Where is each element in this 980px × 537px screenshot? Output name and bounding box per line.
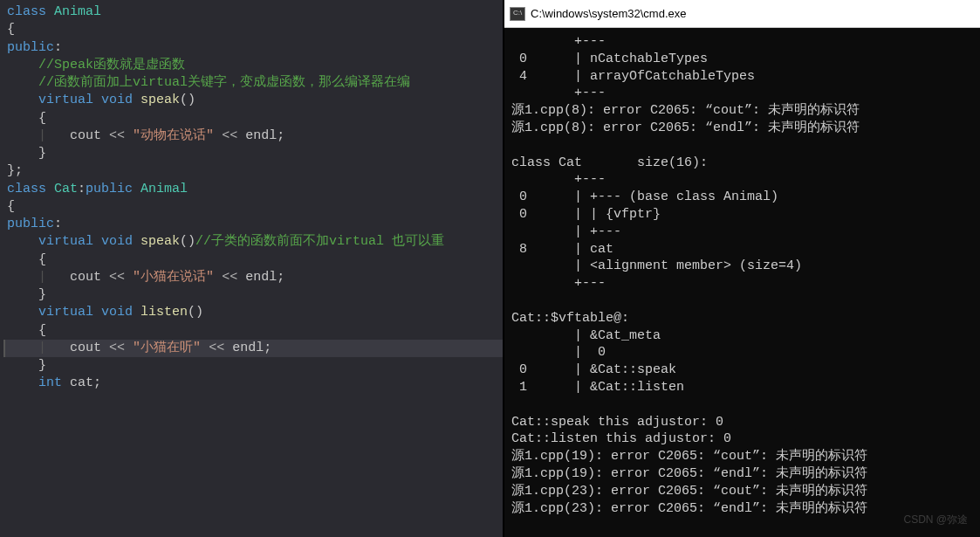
code-line[interactable]: { [3, 198, 503, 216]
code-token: cout [70, 270, 109, 285]
code-token [125, 128, 133, 143]
code-token [7, 270, 38, 285]
code-token: speak [140, 93, 180, 107]
code-token [46, 270, 70, 285]
code-token: void [101, 234, 133, 249]
code-line[interactable]: { [3, 21, 503, 38]
code-line[interactable]: } [3, 357, 503, 375]
code-token: speak [140, 234, 180, 249]
code-token [7, 252, 38, 267]
code-token: { [38, 323, 46, 338]
code-line[interactable]: | cout << "动物在说话" << endl; [3, 127, 503, 145]
code-token: cat; [62, 375, 101, 390]
code-line[interactable]: virtual void listen() [3, 304, 503, 321]
code-token: } [38, 146, 46, 161]
code-token: //Speak函数就是虚函数 [38, 58, 185, 72]
code-token [7, 75, 38, 90]
code-token: } [38, 358, 46, 373]
code-token [7, 375, 38, 390]
code-line[interactable]: public: [3, 216, 503, 233]
code-token: public [86, 182, 133, 196]
code-token: << [209, 341, 224, 355]
code-token: Animal [54, 4, 101, 19]
code-token: public [7, 40, 54, 55]
code-token: listen [140, 305, 188, 320]
code-token [214, 128, 222, 143]
code-token: << [109, 341, 125, 355]
code-token: : [54, 40, 62, 55]
code-line[interactable]: { [3, 110, 503, 127]
code-token: endl; [237, 270, 284, 285]
code-token [133, 234, 140, 249]
code-token: "小猫在说话" [133, 270, 214, 285]
code-token: : [78, 182, 86, 196]
code-token: virtual [38, 305, 93, 320]
code-token [7, 341, 38, 355]
code-token: { [7, 22, 15, 37]
code-token: cout [70, 341, 109, 355]
code-line[interactable]: | cout << "小猫在听" << endl; [3, 340, 503, 357]
code-token: void [101, 93, 133, 107]
code-editor[interactable]: class Animal{public: //Speak函数就是虚函数 //函数… [0, 0, 503, 537]
code-token [7, 305, 38, 320]
code-token: { [38, 252, 46, 267]
code-token: } [38, 287, 46, 302]
code-token: | [38, 128, 46, 143]
code-token: //子类的函数前面不加virtual 也可以重 [195, 234, 444, 249]
code-token [7, 234, 38, 249]
code-token: << [222, 270, 237, 285]
code-token: () [188, 305, 203, 320]
code-token: { [7, 199, 15, 214]
code-token [133, 182, 140, 196]
console-titlebar[interactable]: C:\ C:\windows\system32\cmd.exe [504, 0, 980, 28]
code-token: class [7, 4, 46, 19]
code-token [93, 234, 101, 249]
code-token: virtual [38, 93, 93, 107]
code-line[interactable]: { [3, 251, 503, 269]
code-line[interactable]: int cat; [3, 375, 503, 392]
code-token [133, 305, 140, 320]
code-token: virtual [38, 234, 93, 249]
code-line[interactable]: virtual void speak()//子类的函数前面不加virtual 也… [3, 233, 503, 251]
code-token: void [101, 305, 133, 320]
code-token: | [38, 270, 46, 285]
code-token: : [54, 217, 62, 231]
code-line[interactable]: class Cat:public Animal [3, 181, 503, 198]
code-token: endl; [224, 341, 271, 355]
code-token: Cat [54, 182, 78, 196]
console-title-text: C:\windows\system32\cmd.exe [531, 6, 686, 22]
code-token: }; [7, 163, 23, 178]
code-token: | [38, 341, 46, 355]
console-output[interactable]: +--- 0 | nCatchableTypes 4 | arrayOfCatc… [504, 28, 980, 537]
code-token: public [7, 217, 54, 231]
code-token [93, 93, 101, 107]
code-line[interactable]: //Speak函数就是虚函数 [3, 57, 503, 74]
console-window: C:\ C:\windows\system32\cmd.exe +--- 0 |… [503, 0, 980, 537]
code-token [7, 128, 38, 143]
code-line[interactable]: | cout << "小猫在说话" << endl; [3, 269, 503, 286]
code-token: () [180, 234, 195, 249]
code-line[interactable]: virtual void speak() [3, 92, 503, 109]
code-token [93, 305, 101, 320]
code-token: << [109, 128, 125, 143]
code-token [7, 111, 38, 126]
code-line[interactable]: { [3, 322, 503, 340]
cmd-icon: C:\ [510, 7, 525, 21]
code-token: "小猫在听" [133, 341, 201, 355]
code-line[interactable]: class Animal [3, 3, 503, 21]
code-line[interactable]: }; [3, 162, 503, 180]
code-token: class [7, 182, 46, 196]
code-token: cout [70, 128, 109, 143]
code-token [46, 341, 70, 355]
code-line[interactable]: public: [3, 39, 503, 57]
code-token: "动物在说话" [133, 128, 214, 143]
code-line[interactable]: } [3, 286, 503, 304]
code-token [46, 182, 54, 196]
code-line[interactable]: } [3, 145, 503, 162]
code-token [46, 4, 54, 19]
code-line[interactable]: //函数前面加上virtual关键字，变成虚函数，那么编译器在编 [3, 74, 503, 92]
code-token: endl; [237, 128, 284, 143]
code-token: << [222, 128, 237, 143]
code-token [125, 341, 133, 355]
code-token [46, 128, 70, 143]
